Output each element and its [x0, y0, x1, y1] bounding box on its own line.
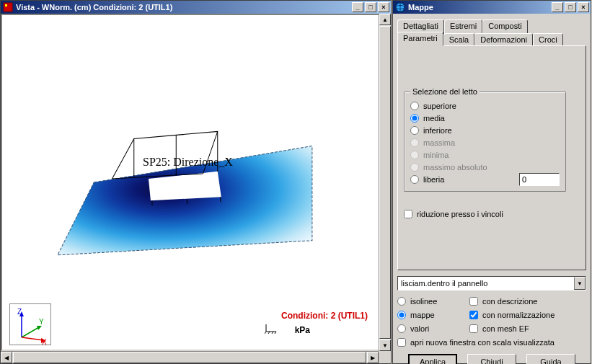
check-nuova-finestra[interactable]: apri nuova finestra con scala visualizza… [397, 336, 570, 348]
tabrow-front: Parametri Scala Deformazioni Croci [397, 32, 586, 46]
radio-liberia[interactable]: liberia [410, 173, 444, 185]
close-button[interactable]: × [578, 2, 589, 12]
radio-mappe[interactable]: mappe [397, 308, 469, 321]
check-mesh-ef[interactable]: con mesh EF [469, 322, 570, 334]
scroll-down-button[interactable]: ▼ [379, 339, 391, 351]
svg-rect-1 [5, 4, 7, 6]
plate-canvas [2, 15, 389, 350]
vista-titlebar[interactable]: Vista - WNorm. (cm) Condizioni: 2 (UTIL1… [1, 1, 391, 14]
check-normalizzazione[interactable]: con normalizzazione [469, 308, 570, 321]
tab-parametri[interactable]: Parametri [397, 32, 443, 46]
radio-media[interactable]: media [410, 112, 560, 124]
radio-massimo-absoluto: massimo absoluto [410, 161, 560, 173]
vertical-scrollbar[interactable]: ▲ ▼ [379, 14, 391, 351]
group-title: Selezione del letto [410, 87, 480, 96]
scroll-corner [379, 351, 391, 363]
chevron-down-icon[interactable]: ▼ [574, 277, 586, 290]
maximize-button[interactable]: □ [365, 2, 376, 12]
chiudi-button[interactable]: Chiudi [467, 354, 516, 364]
axis-gizmo: Z Y X [9, 303, 51, 345]
maximize-button[interactable]: □ [565, 2, 576, 12]
mappe-titlebar[interactable]: Mappe _ □ × [393, 1, 591, 14]
group-selezione-letto: Selezione del letto superiore media infe… [404, 92, 566, 192]
vista-window: Vista - WNorm. (cm) Condizioni: 2 (UTIL1… [0, 0, 392, 364]
scroll-right-button[interactable]: ▶ [367, 352, 379, 363]
radio-massima: massima [410, 136, 560, 148]
vertical-scroll-thumb[interactable] [379, 26, 391, 339]
button-row: Applica Chiudi Guida [397, 354, 586, 364]
radio-valori[interactable]: valori [397, 322, 469, 334]
scroll-left-button[interactable]: ◀ [1, 352, 12, 363]
guida-button[interactable]: Guida [526, 354, 575, 364]
mappe-body: Dettagliati Estremi Composti Parametri S… [393, 14, 591, 363]
check-descrizione[interactable]: con descrizione [469, 295, 570, 307]
vista-title: Vista - WNorm. (cm) Condizioni: 2 (UTIL1… [16, 3, 352, 12]
radio-superiore[interactable]: superiore [410, 99, 560, 112]
close-button[interactable]: × [378, 2, 389, 12]
axis-z-label: Z [17, 308, 22, 316]
overlay-label: SP25: Direzione_X [143, 156, 233, 169]
axis-x-label: X [42, 338, 47, 346]
svg-line-13 [22, 327, 39, 337]
minimize-button[interactable]: _ [352, 2, 363, 12]
smoothing-combo[interactable]: lisciam.dentro il pannello ▼ [397, 276, 586, 290]
minimize-button[interactable]: _ [552, 2, 563, 12]
vista-viewport[interactable]: SP25: Direzione_X Condizioni: 2 (UTIL1) … [1, 14, 391, 351]
axis-y-label: Y [39, 318, 44, 326]
mappe-title: Mappe [408, 3, 552, 12]
globe-icon [394, 1, 406, 13]
horizontal-scrollbar[interactable]: ◀ ▶ [1, 351, 379, 363]
mappe-window: Mappe _ □ × Dettagliati Estremi Composti… [392, 0, 591, 364]
radio-isolinee[interactable]: isolinee [397, 295, 469, 307]
svg-line-7 [265, 332, 266, 334]
radio-inferiore[interactable]: inferiore [410, 124, 560, 136]
check-riduzione[interactable]: riduzione presso i vincoli [404, 208, 580, 220]
app-icon [2, 1, 14, 13]
applica-button[interactable]: Applica [408, 354, 457, 364]
horizontal-scroll-thumb[interactable] [13, 352, 366, 363]
tab-panel-parametri: Selezione del letto superiore media infe… [397, 45, 586, 270]
display-options-grid: isolinee con descrizione mappe con norma… [397, 295, 586, 348]
svg-marker-14 [37, 326, 42, 330]
conditions-label: Condizioni: 2 (UTIL1) [281, 311, 368, 321]
unit-label: kPa [295, 325, 310, 335]
radio-minima: minima [410, 148, 560, 161]
liberia-input[interactable] [519, 173, 560, 186]
scroll-up-button[interactable]: ▲ [379, 14, 391, 25]
combo-value: lisciam.dentro il pannello [398, 278, 574, 289]
svg-line-15 [22, 337, 43, 340]
svg-rect-0 [4, 3, 12, 12]
tabrow-back: Dettagliati Estremi Composti [397, 18, 586, 32]
support-icon [265, 324, 278, 335]
